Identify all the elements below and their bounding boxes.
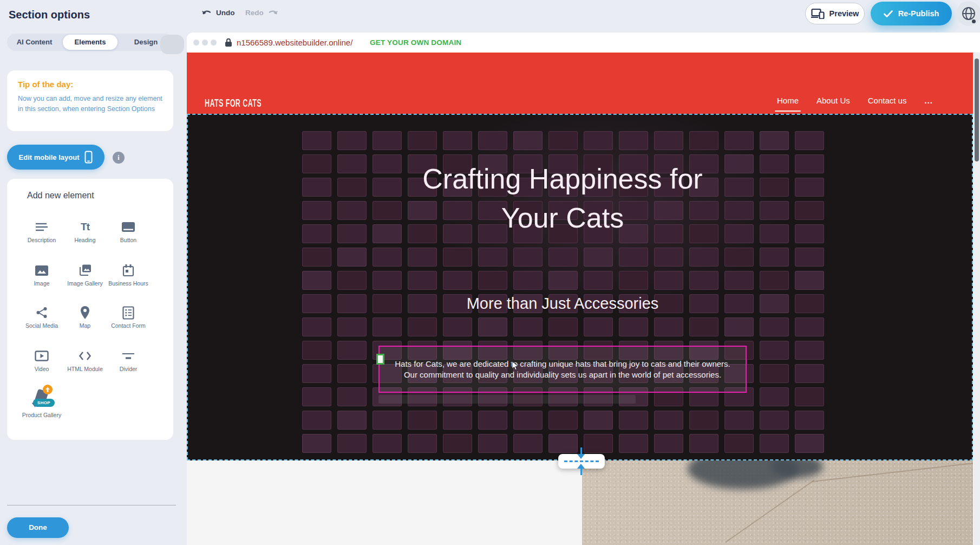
- hero-tile: [408, 271, 437, 290]
- redo-button[interactable]: Redo: [245, 9, 278, 17]
- hero-tile: [302, 434, 331, 453]
- hero-heading[interactable]: Crafting Happiness for Your Cats: [378, 159, 747, 237]
- element-business-hours[interactable]: Business Hours: [108, 263, 149, 287]
- hero-tile: [443, 131, 472, 150]
- nav-more[interactable]: ...: [924, 96, 933, 105]
- tab-elements[interactable]: Elements: [63, 35, 117, 50]
- hero-tile: [337, 411, 367, 430]
- hero-tile: [689, 131, 718, 150]
- element-html-module[interactable]: HTML Module: [64, 348, 106, 372]
- hero-tile: [443, 248, 472, 267]
- hero-tile: [795, 248, 824, 267]
- hero-tile: [795, 224, 824, 243]
- address-bar-url[interactable]: n1566589.websitebuilder.online/: [237, 38, 352, 47]
- devices-icon: [811, 8, 825, 19]
- hero-tile: [654, 434, 683, 453]
- hero-tile: [337, 201, 367, 220]
- hero-tile: [302, 341, 331, 360]
- hero-tile: [760, 294, 789, 313]
- tab-ai-content[interactable]: AI Content: [7, 34, 62, 51]
- hero-tile: [795, 364, 824, 383]
- phone-icon: [84, 151, 93, 164]
- hero-tile: [337, 387, 367, 406]
- undo-button[interactable]: Undo: [201, 9, 235, 17]
- hero-tile: [513, 411, 543, 430]
- element-divider[interactable]: Divider: [108, 348, 149, 372]
- element-heading[interactable]: Tt Heading: [64, 219, 106, 243]
- preview-label: Preview: [829, 9, 859, 18]
- element-video[interactable]: Video: [21, 348, 62, 372]
- site-logo[interactable]: HATS FOR CATS: [205, 97, 262, 110]
- hero-tile: [654, 317, 683, 336]
- republish-button[interactable]: Re-Publish: [871, 2, 952, 25]
- element-drag-handle[interactable]: [376, 354, 384, 365]
- hero-tile: [443, 434, 472, 453]
- add-element-card: Add new element Description Tt Heading B…: [7, 179, 173, 440]
- element-product-gallery[interactable]: SHOP Product Gallery: [21, 384, 62, 418]
- element-image-gallery[interactable]: Image Gallery: [64, 263, 106, 287]
- browser-bar: n1566589.websitebuilder.online/ GET YOUR…: [187, 33, 980, 53]
- hero-tile: [478, 248, 507, 267]
- hero-tile: [548, 271, 578, 290]
- element-description[interactable]: Description: [21, 219, 62, 243]
- preview-button[interactable]: Preview: [805, 3, 865, 24]
- heading-icon: Tt: [64, 219, 106, 235]
- floor-grout-line: [725, 479, 814, 542]
- check-icon: [884, 10, 893, 17]
- hero-subheading[interactable]: More than Just Accessories: [378, 295, 747, 313]
- globe-button[interactable]: [956, 1, 980, 26]
- hero-tile: [408, 434, 437, 453]
- button-icon: [108, 219, 149, 235]
- done-button[interactable]: Done: [7, 517, 69, 538]
- site-nav: Home About Us Contact us ...: [777, 96, 933, 105]
- hero-tile: [619, 248, 648, 267]
- selected-text-element[interactable]: Hats for Cats, we are dedicated to craft…: [378, 346, 747, 393]
- hero-tile: [795, 411, 824, 430]
- tip-title: Tip of the day:: [18, 80, 162, 89]
- hero-tile: [760, 271, 789, 290]
- hero-tile: [795, 387, 824, 406]
- element-image[interactable]: Image: [21, 263, 62, 287]
- hero-tile: [373, 434, 402, 453]
- hero-tile: [337, 294, 367, 313]
- hero-tile: [619, 434, 648, 453]
- element-button[interactable]: Button: [108, 219, 149, 243]
- edit-mobile-layout-label: Edit mobile layout: [19, 153, 80, 161]
- hero-tile: [373, 411, 402, 430]
- element-hover-slot[interactable]: [378, 395, 636, 404]
- nav-home[interactable]: Home: [777, 96, 799, 105]
- hero-tile: [478, 317, 507, 336]
- hero-tile: [548, 317, 578, 336]
- hero-tile: [302, 224, 331, 243]
- hero-tile: [513, 248, 543, 267]
- window-dot-3: [211, 40, 217, 46]
- panel-divider: [7, 505, 176, 505]
- element-map[interactable]: Map: [64, 305, 106, 329]
- get-domain-link[interactable]: GET YOUR OWN DOMAIN: [370, 38, 461, 47]
- hero-tile: [724, 271, 754, 290]
- hero-tile: [724, 317, 754, 336]
- edit-mobile-layout-button[interactable]: Edit mobile layout: [7, 145, 104, 170]
- globe-notification-dot: [972, 20, 976, 23]
- text-element-line2: Our commitment to quality and individual…: [380, 369, 746, 380]
- hero-tile: [724, 248, 754, 267]
- nav-contact-us[interactable]: Contact us: [868, 96, 907, 105]
- element-contact-form[interactable]: Contact Form: [108, 305, 149, 329]
- hero-section-selected[interactable]: Crafting Happiness for Your Cats More th…: [187, 114, 973, 460]
- text-element-line1: Hats for Cats, we are dedicated to craft…: [380, 359, 746, 369]
- info-icon[interactable]: i: [113, 152, 125, 164]
- hero-tile: [408, 411, 437, 430]
- hero-tile: [443, 411, 472, 430]
- hero-tile: [795, 178, 824, 197]
- form-icon: [108, 305, 149, 320]
- hero-tile: [584, 131, 613, 150]
- hero-tile: [302, 248, 331, 267]
- hero-tile: [337, 317, 367, 336]
- nav-about-us[interactable]: About Us: [816, 96, 850, 105]
- hero-tile: [302, 201, 331, 220]
- hero-tile: [337, 341, 367, 360]
- resize-arrow-up: [580, 469, 582, 475]
- hero-tile: [513, 271, 543, 290]
- preview-scrollbar-thumb[interactable]: [975, 59, 979, 161]
- element-social-media[interactable]: Social Media: [21, 305, 62, 329]
